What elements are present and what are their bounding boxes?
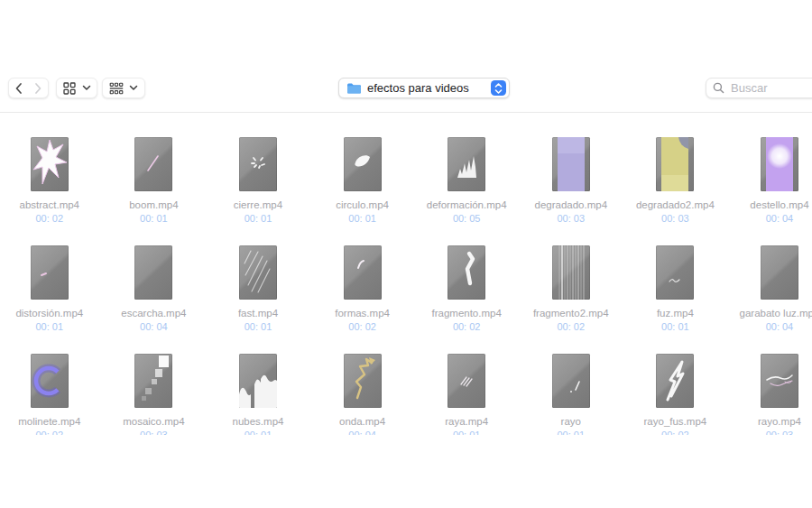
file-item[interactable]: distorsión.mp400: 01 — [0, 245, 102, 354]
file-duration: 00: 01 — [36, 321, 64, 333]
file-name: fuz.mp4 — [657, 308, 694, 319]
file-duration: 00: 03 — [557, 213, 585, 225]
nubes-effect-icon — [239, 354, 277, 408]
search-input[interactable] — [729, 80, 812, 96]
toolbar-divider — [0, 112, 812, 113]
file-thumbnail[interactable] — [31, 137, 69, 191]
file-thumbnail[interactable] — [134, 245, 172, 300]
folder-popup-button[interactable]: efectos para videos — [338, 78, 510, 98]
file-duration: 00: 03 — [140, 429, 168, 435]
file-thumbnail[interactable] — [448, 245, 485, 300]
file-thumbnail[interactable] — [761, 137, 798, 191]
file-name: molinete.mp4 — [18, 416, 80, 428]
icon-view-button[interactable] — [56, 78, 97, 98]
file-thumbnail[interactable] — [656, 245, 694, 300]
escarcha-effect-icon — [134, 245, 172, 300]
file-name: nubes.mp4 — [233, 416, 284, 428]
garabato-effect-icon — [761, 245, 798, 300]
file-duration: 00: 02 — [453, 321, 481, 333]
file-duration: 00: 01 — [557, 429, 585, 435]
file-item[interactable]: nubes.mp400: 01 — [206, 354, 310, 435]
file-item[interactable]: destello.mp400: 04 — [727, 137, 812, 245]
file-thumbnail[interactable] — [552, 245, 590, 300]
file-item[interactable]: abstract.mp400: 02 — [0, 137, 102, 245]
file-duration: 00: 04 — [766, 213, 794, 225]
file-item[interactable]: rayo_fus.mp400: 02 — [623, 354, 728, 435]
mosaico-effect-icon — [134, 354, 172, 408]
file-thumbnail[interactable] — [656, 354, 694, 408]
file-item[interactable]: rayo.mp400: 03 — [727, 354, 812, 435]
file-thumbnail[interactable] — [239, 245, 277, 300]
file-name: rayo_fus.mp4 — [644, 416, 707, 428]
file-duration: 00: 04 — [348, 429, 376, 435]
boom-effect-icon — [134, 137, 172, 191]
file-duration: 00: 02 — [36, 429, 64, 435]
fragmento-effect-icon — [448, 245, 485, 300]
file-item[interactable]: onda.mp400: 04 — [310, 354, 415, 435]
file-thumbnail[interactable] — [239, 354, 277, 408]
molinete-effect-icon — [31, 354, 69, 408]
file-item[interactable]: fragmento.mp400: 02 — [414, 245, 519, 354]
folder-popup-label: efectos para videos — [367, 81, 485, 95]
chevron-down-icon — [129, 85, 138, 91]
back-button[interactable] — [9, 79, 29, 97]
file-thumbnail[interactable] — [134, 354, 172, 408]
file-item[interactable]: deformación.mp400: 05 — [414, 137, 519, 245]
file-duration: 00: 02 — [348, 321, 376, 333]
file-thumbnail[interactable] — [448, 354, 485, 408]
chevron-left-icon — [14, 82, 23, 95]
file-name: mosaico.mp4 — [123, 416, 184, 428]
file-duration: 00: 04 — [766, 321, 794, 333]
file-thumbnail[interactable] — [552, 354, 590, 408]
file-name: raya.mp4 — [445, 416, 488, 428]
file-item[interactable]: degradado.mp400: 03 — [519, 137, 623, 245]
file-duration: 00: 04 — [140, 321, 168, 333]
magnifier-icon — [713, 82, 724, 94]
file-item[interactable]: cierre.mp400: 01 — [206, 137, 310, 245]
file-item[interactable]: fast.mp400: 01 — [206, 245, 310, 354]
file-thumbnail[interactable] — [134, 137, 172, 191]
group-view-button[interactable] — [102, 78, 145, 98]
file-item[interactable]: garabato luz.mp400: 04 — [727, 245, 812, 354]
file-item[interactable]: rayo00: 01 — [519, 354, 623, 435]
file-thumbnail[interactable] — [31, 354, 69, 408]
folder-icon — [346, 82, 362, 95]
file-item[interactable]: boom.mp400: 01 — [102, 137, 207, 245]
file-thumbnail[interactable] — [552, 137, 590, 191]
degradado-effect-icon — [552, 137, 590, 191]
distorsion-effect-icon — [31, 245, 69, 300]
file-thumbnail[interactable] — [761, 354, 798, 408]
file-thumbnail[interactable] — [344, 137, 382, 191]
file-item[interactable]: fragmento2.mp400: 02 — [519, 245, 623, 354]
file-thumbnail[interactable] — [448, 137, 485, 191]
file-name: boom.mp4 — [129, 199, 178, 211]
file-item[interactable]: formas.mp400: 02 — [310, 245, 415, 354]
file-item[interactable]: molinete.mp400: 02 — [0, 354, 102, 435]
file-name: rayo — [561, 416, 581, 428]
file-item[interactable]: mosaico.mp400: 03 — [102, 354, 207, 435]
file-name: abstract.mp4 — [20, 199, 79, 211]
file-duration: 00: 03 — [661, 213, 689, 225]
file-item[interactable]: raya.mp400: 01 — [414, 354, 519, 435]
file-item[interactable]: degradado2.mp400: 03 — [623, 137, 728, 245]
file-name: degradado.mp4 — [534, 199, 607, 211]
file-duration: 00: 05 — [453, 213, 481, 225]
file-thumbnail[interactable] — [344, 245, 382, 300]
file-name: formas.mp4 — [335, 308, 390, 319]
file-duration: 00: 01 — [348, 213, 376, 225]
onda-effect-icon — [344, 354, 382, 408]
file-thumbnail[interactable] — [656, 137, 694, 191]
file-thumbnail[interactable] — [761, 245, 798, 300]
file-item[interactable]: circulo.mp400: 01 — [310, 137, 415, 245]
deformacion-effect-icon — [448, 137, 485, 191]
file-item[interactable]: fuz.mp400: 01 — [623, 245, 728, 354]
file-thumbnail[interactable] — [344, 354, 382, 408]
search-field[interactable] — [706, 78, 812, 98]
rayo_fus-effect-icon — [656, 354, 694, 408]
file-thumbnail[interactable] — [31, 245, 69, 300]
file-name: cierre.mp4 — [234, 199, 282, 211]
file-item[interactable]: escarcha.mp400: 04 — [102, 245, 207, 354]
forward-button[interactable] — [29, 79, 49, 97]
file-duration: 00: 01 — [453, 429, 481, 435]
file-thumbnail[interactable] — [239, 137, 277, 191]
